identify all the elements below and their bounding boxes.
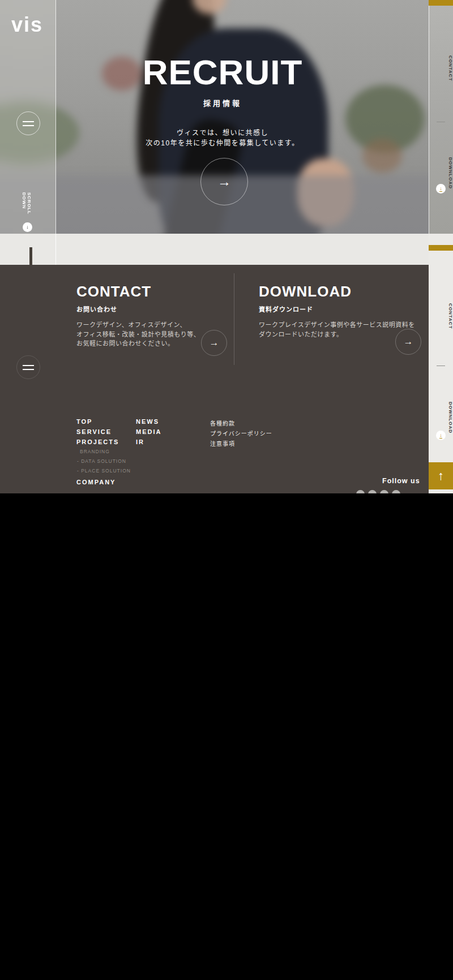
vis-logo[interactable]: vis [11,15,43,35]
footer-contact-line-1: ワークデザイン、オフィスデザイン、 [76,320,200,330]
band-divider-line [55,234,56,265]
scroll-down-button[interactable]: ↓ [23,222,32,232]
rail-contact-link[interactable]: CONTACT [429,55,453,81]
left-sidebar: vis SCROLL DOWN ↓ [0,0,56,234]
arrow-down-icon: ↓ [26,225,29,230]
footer-section: CONTACT お問い合わせ ワークデザイン、オフィスデザイン、 オフィス移転・… [0,265,429,493]
arrow-up-icon: ↑ [438,468,444,483]
hero-copy-line-2: 次の10年を共に歩む仲間を募集しています。 [146,137,299,147]
hero-title: RECRUIT [143,52,303,92]
hamburger-icon [23,125,34,126]
footer-contact-description: ワークデザイン、オフィスデザイン、 オフィス移転・改装・設計や見積もり等、 お気… [76,320,200,349]
hero-recruit-link-button[interactable]: → [200,158,248,205]
follow-us-label: Follow us [382,477,420,485]
footer-nav-place-solution[interactable]: - PLACE SOLUTION [77,468,131,474]
page: RECRUIT 採用情報 ヴィスでは、想いに共感し 次の10年を共に歩む仲間を募… [0,0,453,980]
footer-column-divider [234,273,234,365]
footer-contact-line-2: オフィス移転・改装・設計や見積もり等、 [76,330,200,339]
scroll-down-label: SCROLL DOWN [23,192,32,225]
download-icon: ↓ [439,433,442,439]
rail-download-button[interactable]: ↓ [436,184,446,194]
footer-download-subtitle: 資料ダウンロード [259,304,313,313]
rail-gold-bar-top [429,0,453,6]
footer-nav-ir[interactable]: IR [136,439,144,445]
rail-download-link[interactable]: DOWNLOAD [429,402,453,433]
social-icon[interactable] [356,490,365,493]
hamburger-icon [23,121,34,122]
menu-button[interactable] [16,111,40,135]
download-icon: ↓ [439,186,442,192]
footer-contact-line-3: お気軽にお問い合わせください。 [76,339,200,349]
footer-nav-terms[interactable]: 各種約款 [210,419,235,427]
footer-menu-button[interactable] [16,355,40,379]
rail-download-button[interactable]: ↓ [436,431,446,440]
footer-contact-title: CONTACT [76,283,151,300]
footer-nav-news[interactable]: NEWS [136,418,159,425]
social-icon[interactable] [380,490,388,493]
arrow-right-icon: → [217,174,231,190]
hamburger-icon [23,369,34,370]
scroll-progress-tick [29,247,32,266]
hero-section: RECRUIT 採用情報 ヴィスでは、想いに共感し 次の10年を共に歩む仲間を募… [0,0,453,234]
hero-photo-red-blur [102,57,142,91]
footer-download-title: DOWNLOAD [259,283,352,300]
footer-download-arrow-button[interactable]: → [395,329,421,355]
footer-nav-projects[interactable]: PROJECTS [76,439,119,445]
hamburger-icon [23,365,34,366]
footer-download-line-2: ダウンロードいただけます。 [259,330,415,339]
footer-nav-notes[interactable]: 注意事項 [210,439,235,448]
right-rail-footer-background [429,234,453,493]
footer-download-description: ワークプレイスデザイン事例や各サービス説明資料を ダウンロードいただけます。 [259,320,415,339]
social-icon[interactable] [392,490,400,493]
footer-nav-company[interactable]: COMPANY [76,479,116,485]
footer-download-line-1: ワークプレイスデザイン事例や各サービス説明資料を [259,320,415,330]
rail-divider-dash [437,122,445,122]
rail-gold-bar-footer [429,245,453,251]
page-content: RECRUIT 採用情報 ヴィスでは、想いに共感し 次の10年を共に歩む仲間を募… [0,0,453,493]
footer-contact-arrow-button[interactable]: → [201,330,227,356]
footer-nav-service[interactable]: SERVICE [76,428,112,435]
arrow-right-icon: → [404,336,413,347]
right-rail-hero-background [429,0,453,234]
rail-divider-dash [437,366,445,366]
footer-nav-data-solution[interactable]: - DATA SOLUTION [77,458,126,464]
footer-nav-media[interactable]: MEDIA [136,428,161,435]
hero-subtitle: 採用情報 [203,97,242,108]
footer-nav-privacy-policy[interactable]: プライバシーポリシー [210,429,272,437]
social-icons-row [356,490,400,493]
social-icon[interactable] [368,490,377,493]
arrow-right-icon: → [210,337,219,349]
back-to-top-button[interactable]: ↑ [429,462,453,489]
hero-copy-line-1: ヴィスでは、想いに共感し [177,127,268,137]
right-rail: CONTACT DOWNLOAD ↓ CONTACT DOWNLOAD ↓ ↑ [429,0,453,493]
footer-nav-branding[interactable]: BRANDING [80,449,110,454]
hero-photo-pot [362,139,402,173]
rail-contact-link[interactable]: CONTACT [429,303,453,329]
footer-contact-subtitle: お問い合わせ [76,304,117,313]
footer-nav-top[interactable]: TOP [76,418,92,425]
